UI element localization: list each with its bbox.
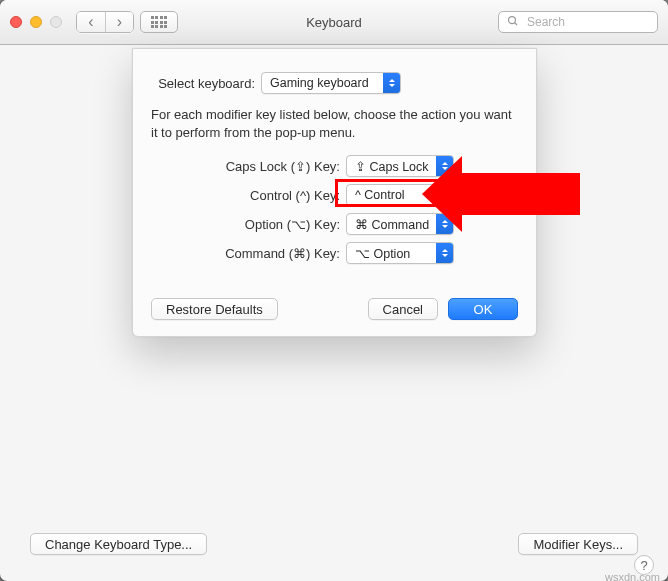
nav-history: ‹ › [76, 11, 134, 33]
select-keyboard-label: Select keyboard: [151, 76, 261, 91]
cancel-button[interactable]: Cancel [368, 298, 438, 320]
zoom-icon [50, 16, 62, 28]
svg-point-0 [509, 16, 516, 23]
caps-lock-value: ⇪ Caps Lock [355, 159, 429, 174]
search-field[interactable] [498, 11, 658, 33]
restore-defaults-button[interactable]: Restore Defaults [151, 298, 278, 320]
window-controls [10, 16, 62, 28]
svg-line-1 [515, 22, 518, 25]
caps-lock-label: Caps Lock (⇪) Key: [151, 159, 346, 174]
change-keyboard-type-button[interactable]: Change Keyboard Type... [30, 533, 207, 555]
close-icon[interactable] [10, 16, 22, 28]
chevron-updown-icon [436, 156, 453, 176]
modifier-keys-sheet: Select keyboard: Gaming keyboard For eac… [132, 48, 537, 337]
control-dropdown[interactable]: ^ Control [346, 184, 454, 206]
option-dropdown[interactable]: ⌘ Command [346, 213, 454, 235]
window-body: Select keyboard: Gaming keyboard For eac… [0, 45, 668, 581]
selected-keyboard-value: Gaming keyboard [270, 76, 369, 90]
watermark: wsxdn.com [605, 571, 660, 581]
select-keyboard-dropdown[interactable]: Gaming keyboard [261, 72, 401, 94]
sheet-button-row: Restore Defaults Cancel OK [151, 298, 518, 320]
minimize-icon[interactable] [30, 16, 42, 28]
bottom-bar: Change Keyboard Type... Modifier Keys... [30, 533, 638, 555]
sheet-description: For each modifier key listed below, choo… [151, 106, 518, 141]
search-input[interactable] [525, 14, 668, 30]
chevron-updown-icon [383, 73, 400, 93]
control-label: Control (^) Key: [151, 188, 346, 203]
modifier-keys-button[interactable]: Modifier Keys... [518, 533, 638, 555]
option-label: Option (⌥) Key: [151, 217, 346, 232]
ok-button[interactable]: OK [448, 298, 518, 320]
option-value: ⌘ Command [355, 217, 429, 232]
chevron-updown-icon [436, 214, 453, 234]
show-all-button[interactable] [140, 11, 178, 33]
grid-icon [151, 16, 168, 28]
preferences-window: ‹ › Keyboard Select keyboard: Gaming key… [0, 0, 668, 581]
command-label: Command (⌘) Key: [151, 246, 346, 261]
command-value: ⌥ Option [355, 246, 410, 261]
chevron-updown-icon [436, 243, 453, 263]
command-dropdown[interactable]: ⌥ Option [346, 242, 454, 264]
toolbar: ‹ › Keyboard [0, 0, 668, 45]
back-button[interactable]: ‹ [77, 12, 105, 32]
caps-lock-dropdown[interactable]: ⇪ Caps Lock [346, 155, 454, 177]
control-value: ^ Control [355, 188, 405, 202]
chevron-updown-icon [436, 185, 453, 205]
forward-button[interactable]: › [105, 12, 133, 32]
search-icon [507, 15, 519, 30]
